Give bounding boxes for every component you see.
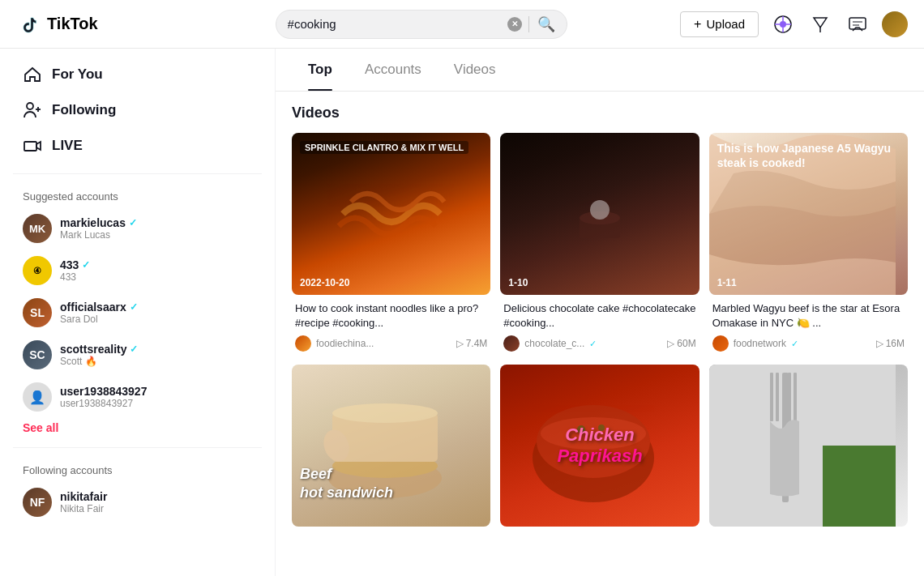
channel-name-v1: foodiechina... [316, 338, 374, 349]
account-sub-scottsreality: Scott 🔥 [60, 356, 138, 367]
logo-text: TikTok [47, 15, 98, 33]
messages-icon [848, 15, 867, 34]
search-tabs: Top Accounts Videos [276, 49, 924, 92]
user-avatar[interactable] [882, 11, 908, 37]
following-label: Following [52, 102, 116, 118]
logo-area: TikTok [16, 11, 178, 37]
avatar-user1938843927: 👤 [23, 382, 52, 412]
video-title-v2: Delicious chocolate cake #chocolatecake … [503, 301, 695, 331]
channel-avatar-v3 [712, 335, 729, 352]
search-button[interactable]: 🔍 [537, 15, 555, 33]
video-title-v3: Marbled Wagyu beef is the star at Esora … [712, 301, 905, 331]
video-card-v5[interactable]: Chicken Paprikash [500, 365, 699, 565]
home-icon [23, 65, 42, 84]
channel-avatar-v1 [295, 335, 311, 352]
video-thumb-v5: Chicken Paprikash [500, 365, 699, 527]
video-card-v3[interactable]: This is how Japanese A5 Wagyu steak is c… [709, 133, 908, 355]
beef-visual [292, 365, 490, 527]
view-count-v2: 60M [677, 338, 695, 349]
video-date-v1: 2022-10-20 [300, 277, 349, 288]
video-title-v6 [712, 533, 905, 557]
video-card-v4[interactable]: Beef hot sandwich [292, 365, 490, 565]
svg-rect-10 [24, 142, 36, 151]
channel-name-v2: chocolate_c... [524, 338, 584, 349]
video-card-v1[interactable]: SPRINKLE CILANTRO & MIX IT WELL 2022-10-… [292, 133, 490, 355]
header-actions: + Upload [680, 11, 908, 37]
tab-accounts[interactable]: Accounts [349, 49, 438, 91]
avatar-officialsaarx: SL [23, 298, 52, 327]
notification-icon [773, 15, 793, 34]
tab-top[interactable]: Top [292, 49, 349, 91]
account-item-officialsaarx[interactable]: SL officialsaarx ✓ Sara Dol [13, 292, 262, 334]
video-stats-v2: ▷ 60M [667, 338, 695, 349]
search-clear-button[interactable]: ✕ [507, 17, 522, 32]
following-accounts-title: Following accounts [13, 458, 262, 481]
tab-videos[interactable]: Videos [438, 49, 512, 91]
search-input[interactable] [288, 17, 507, 31]
following-icon [23, 100, 42, 120]
account-item-user1938843927[interactable]: 👤 user1938843927 user1938843927 [13, 376, 262, 418]
view-count-v1: 7.4M [466, 338, 488, 349]
sidebar-divider-2 [13, 447, 262, 448]
video-meta-v2: chocolate_c... ✓ ▷ 60M [503, 335, 695, 352]
sidebar-item-for-you[interactable]: For You [13, 57, 262, 92]
account-info-433: 433 ✓ 433 [60, 258, 90, 283]
clear-icon: ✕ [511, 19, 518, 28]
avatar-markielucas: MK [23, 214, 52, 243]
account-info-markielucas: markielucas ✓ Mark Lucas [60, 216, 137, 241]
video-info-v1: How to cook instant noodles like a pro? … [292, 295, 490, 355]
main-content: Top Accounts Videos Videos [276, 49, 924, 576]
content-inner: Videos SPRINKLE CILANTRO & M [276, 92, 924, 576]
search-box: ✕ 🔍 [276, 10, 567, 39]
beef-title-v4: Beef hot sandwich [300, 465, 393, 503]
svg-point-13 [590, 200, 610, 220]
sidebar: For You Following LIVE [0, 49, 276, 576]
channel-avatar-v2 [503, 335, 520, 352]
video-title-v1: How to cook instant noodles like a pro? … [295, 301, 487, 331]
account-info-scottsreality: scottsreality ✓ Scott 🔥 [60, 343, 138, 367]
account-name-scottsreality: scottsreality ✓ [60, 343, 138, 356]
filter-icon [811, 15, 830, 34]
video-thumb-v3: This is how Japanese A5 Wagyu steak is c… [709, 133, 908, 295]
video-info-v3: Marbled Wagyu beef is the star at Esora … [709, 295, 908, 355]
account-info-user1938843927: user1938843927 user1938843927 [60, 385, 147, 409]
chicken-line1: Chicken [557, 425, 642, 446]
account-item-markielucas[interactable]: MK markielucas ✓ Mark Lucas [13, 207, 262, 250]
header: TikTok ✕ 🔍 + Upload [0, 0, 924, 49]
filter-icon-button[interactable] [807, 11, 833, 37]
inbox-icon-button[interactable] [770, 11, 796, 37]
account-name-433: 433 ✓ [60, 258, 90, 271]
sidebar-item-live[interactable]: LIVE [13, 128, 262, 164]
account-sub-nikitafair: Nikita Fair [60, 503, 107, 514]
video-card-v2[interactable]: 1-10 Delicious chocolate cake #chocolate… [500, 133, 699, 355]
search-area: ✕ 🔍 [178, 10, 664, 39]
account-sub-officialsaarx: Sara Dol [60, 314, 138, 325]
sidebar-item-following[interactable]: Following [13, 92, 262, 128]
upload-button[interactable]: + Upload [680, 11, 759, 37]
channel-name-v3: foodnetwork [734, 338, 786, 349]
account-item-433[interactable]: ④ 433 ✓ 433 [13, 250, 262, 292]
verified-icon-scottsreality: ✓ [130, 343, 138, 355]
video-grid: SPRINKLE CILANTRO & MIX IT WELL 2022-10-… [292, 133, 908, 565]
verified-icon-markielucas: ✓ [129, 217, 137, 228]
video-card-v6[interactable] [709, 365, 908, 565]
video-info-v2: Delicious chocolate cake #chocolatecake … [500, 295, 699, 355]
video-info-v6 [709, 527, 908, 565]
video-thumb-v1: SPRINKLE CILANTRO & MIX IT WELL 2022-10-… [292, 133, 490, 295]
svg-rect-27 [770, 373, 773, 421]
messages-icon-button[interactable] [845, 11, 871, 37]
chicken-line2: Paprikash [557, 446, 642, 467]
svg-point-7 [27, 103, 33, 109]
account-item-scottsreality[interactable]: SC scottsreality ✓ Scott 🔥 [13, 334, 262, 376]
for-you-label: For You [52, 66, 103, 83]
account-info-nikitafair: nikitafair Nikita Fair [60, 490, 107, 514]
account-item-nikitafair[interactable]: NF nikitafair Nikita Fair [13, 481, 262, 523]
video-date-v3: 1-11 [717, 277, 737, 288]
video-info-v4 [292, 527, 490, 565]
video-overlay-text-v1: SPRINKLE CILANTRO & MIX IT WELL [300, 141, 468, 154]
see-all-button[interactable]: See all [13, 418, 68, 437]
play-icon-v2: ▷ [667, 338, 674, 349]
account-name-officialsaarx: officialsaarx ✓ [60, 301, 138, 314]
svg-point-17 [332, 403, 438, 423]
avatar-nikitafair: NF [23, 488, 52, 517]
